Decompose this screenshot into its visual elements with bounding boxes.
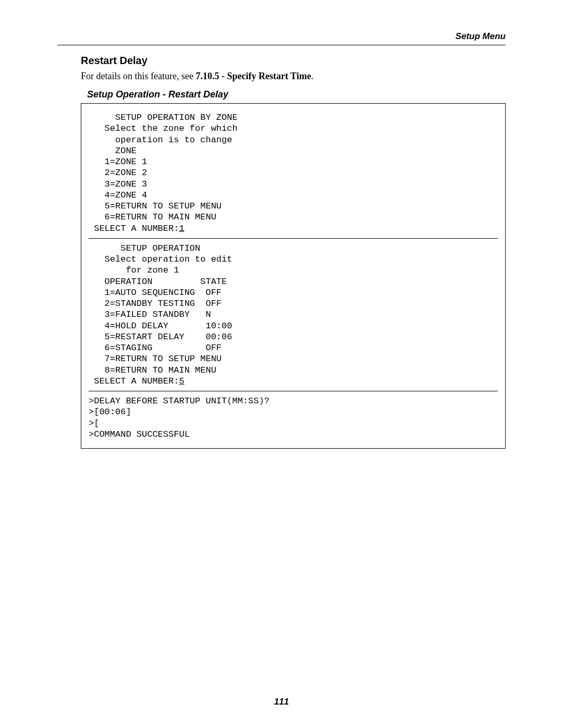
terminal-prompt-line: SELECT A NUMBER:1 <box>89 223 498 234</box>
terminal-line: >[ <box>89 418 498 429</box>
terminal-line: operation is to change <box>89 134 498 145</box>
terminal-line: >DELAY BEFORE STARTUP UNIT(MM:SS)? <box>89 396 498 406</box>
terminal-line: 2=STANDBY TESTING OFF <box>89 298 498 309</box>
terminal-line: 5=RETURN TO SETUP MENU <box>89 201 498 212</box>
terminal-block-1: SETUP OPERATION BY ZONE Select the zone … <box>81 110 505 236</box>
terminal-line: 7=RETURN TO SETUP MENU <box>89 353 498 364</box>
page-number: 111 <box>0 697 563 707</box>
figure-caption: Setup Operation - Restart Delay <box>87 89 506 100</box>
prompt-label: SELECT A NUMBER: <box>89 224 179 233</box>
terminal-box: SETUP OPERATION BY ZONE Select the zone … <box>81 103 506 449</box>
terminal-line: 4=ZONE 4 <box>89 190 498 201</box>
terminal-block-3: >DELAY BEFORE STARTUP UNIT(MM:SS)? >[00:… <box>81 393 505 442</box>
terminal-line: Select operation to edit <box>89 254 498 265</box>
content-area: Restart Delay For details on this featur… <box>81 55 506 449</box>
terminal-line: 4=HOLD DELAY 10:00 <box>89 320 498 331</box>
terminal-line: 6=STAGING OFF <box>89 342 498 353</box>
terminal-line: for zone 1 <box>89 265 498 276</box>
terminal-line: 5=RESTART DELAY 00:06 <box>89 331 498 342</box>
terminal-line: 1=AUTO SEQUENCING OFF <box>89 287 498 298</box>
terminal-divider <box>89 391 498 391</box>
terminal-line: SETUP OPERATION <box>89 243 498 254</box>
terminal-line: ZONE <box>89 145 498 156</box>
terminal-line: OPERATION STATE <box>89 276 498 287</box>
terminal-line: >COMMAND SUCCESSFUL <box>89 429 498 440</box>
prompt-label: SELECT A NUMBER: <box>89 376 179 386</box>
section-title: Restart Delay <box>81 55 506 67</box>
terminal-line: 1=ZONE 1 <box>89 156 498 167</box>
terminal-line: >[00:06] <box>89 406 498 417</box>
terminal-line: 3=FAILED STANDBY N <box>89 309 498 320</box>
header-section-name: Setup Menu <box>57 31 506 42</box>
terminal-block-2: SETUP OPERATION Select operation to edit… <box>81 241 505 389</box>
terminal-line: 3=ZONE 3 <box>89 179 498 190</box>
header-rule <box>57 45 506 45</box>
terminal-line: 8=RETURN TO MAIN MENU <box>89 365 498 376</box>
body-suffix: . <box>311 71 314 81</box>
prompt-input: 5 <box>179 376 184 386</box>
terminal-prompt-line: SELECT A NUMBER:5 <box>89 376 498 387</box>
terminal-divider <box>89 238 498 239</box>
terminal-line: SETUP OPERATION BY ZONE <box>89 112 498 123</box>
terminal-line: 2=ZONE 2 <box>89 167 498 178</box>
body-crossref: 7.10.5 - Specify Restart Time <box>195 71 311 81</box>
page: Setup Menu Restart Delay For details on … <box>0 0 563 728</box>
section-body: For details on this feature, see 7.10.5 … <box>81 71 506 82</box>
prompt-input: 1 <box>179 224 184 233</box>
body-prefix: For details on this feature, see <box>81 71 195 81</box>
terminal-line: 6=RETURN TO MAIN MENU <box>89 212 498 223</box>
terminal-line: Select the zone for which <box>89 123 498 134</box>
